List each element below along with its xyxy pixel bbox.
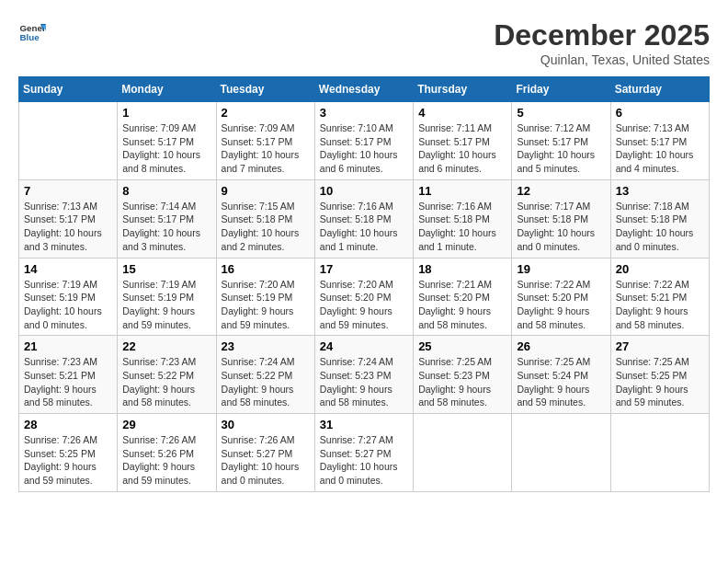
day-info: Sunrise: 7:20 AM Sunset: 5:20 PM Dayligh… xyxy=(320,278,408,332)
title-block: December 2025 Quinlan, Texas, United Sta… xyxy=(494,18,710,67)
day-cell: 7Sunrise: 7:13 AM Sunset: 5:17 PM Daylig… xyxy=(19,179,118,258)
day-number: 7 xyxy=(24,184,112,198)
day-number: 30 xyxy=(222,418,310,431)
day-info: Sunrise: 7:18 AM Sunset: 5:18 PM Dayligh… xyxy=(616,200,704,254)
day-number: 8 xyxy=(122,184,210,198)
day-cell: 18Sunrise: 7:21 AM Sunset: 5:20 PM Dayli… xyxy=(414,258,512,336)
day-info: Sunrise: 7:22 AM Sunset: 5:20 PM Dayligh… xyxy=(517,278,605,332)
day-info: Sunrise: 7:26 AM Sunset: 5:25 PM Dayligh… xyxy=(24,433,112,488)
day-info: Sunrise: 7:25 AM Sunset: 5:24 PM Dayligh… xyxy=(517,355,605,409)
day-info: Sunrise: 7:19 AM Sunset: 5:19 PM Dayligh… xyxy=(122,278,210,332)
day-cell: 27Sunrise: 7:25 AM Sunset: 5:25 PM Dayli… xyxy=(610,336,709,414)
day-info: Sunrise: 7:23 AM Sunset: 5:22 PM Dayligh… xyxy=(122,355,210,409)
day-number: 12 xyxy=(517,184,605,198)
day-cell: 9Sunrise: 7:15 AM Sunset: 5:18 PM Daylig… xyxy=(216,179,314,258)
day-number: 25 xyxy=(418,339,506,353)
day-cell: 6Sunrise: 7:13 AM Sunset: 5:17 PM Daylig… xyxy=(610,102,709,180)
day-cell: 15Sunrise: 7:19 AM Sunset: 5:19 PM Dayli… xyxy=(118,258,216,336)
day-cell: 11Sunrise: 7:16 AM Sunset: 5:18 PM Dayli… xyxy=(414,179,512,258)
day-number: 24 xyxy=(320,339,408,353)
week-row-2: 14Sunrise: 7:19 AM Sunset: 5:19 PM Dayli… xyxy=(19,258,710,336)
header-day-sunday: Sunday xyxy=(19,77,118,102)
day-info: Sunrise: 7:11 AM Sunset: 5:17 PM Dayligh… xyxy=(418,121,506,176)
day-info: Sunrise: 7:25 AM Sunset: 5:23 PM Dayligh… xyxy=(418,355,506,409)
day-info: Sunrise: 7:24 AM Sunset: 5:23 PM Dayligh… xyxy=(320,355,408,409)
day-cell: 31Sunrise: 7:27 AM Sunset: 5:27 PM Dayli… xyxy=(314,414,413,492)
day-info: Sunrise: 7:27 AM Sunset: 5:27 PM Dayligh… xyxy=(320,433,408,488)
day-number: 17 xyxy=(320,262,408,276)
day-info: Sunrise: 7:22 AM Sunset: 5:21 PM Dayligh… xyxy=(616,278,704,332)
day-cell: 22Sunrise: 7:23 AM Sunset: 5:22 PM Dayli… xyxy=(118,336,216,414)
header-day-saturday: Saturday xyxy=(610,77,709,102)
day-info: Sunrise: 7:10 AM Sunset: 5:17 PM Dayligh… xyxy=(320,121,408,176)
day-number: 18 xyxy=(418,262,506,276)
day-cell: 16Sunrise: 7:20 AM Sunset: 5:19 PM Dayli… xyxy=(216,258,314,336)
day-info: Sunrise: 7:16 AM Sunset: 5:18 PM Dayligh… xyxy=(418,200,506,254)
day-info: Sunrise: 7:13 AM Sunset: 5:17 PM Dayligh… xyxy=(616,121,704,176)
day-cell: 2Sunrise: 7:09 AM Sunset: 5:17 PM Daylig… xyxy=(216,102,314,180)
day-number: 27 xyxy=(616,339,704,353)
week-row-4: 28Sunrise: 7:26 AM Sunset: 5:25 PM Dayli… xyxy=(19,414,710,492)
day-cell: 21Sunrise: 7:23 AM Sunset: 5:21 PM Dayli… xyxy=(19,336,118,414)
day-cell: 25Sunrise: 7:25 AM Sunset: 5:23 PM Dayli… xyxy=(414,336,512,414)
day-info: Sunrise: 7:14 AM Sunset: 5:17 PM Dayligh… xyxy=(122,200,210,254)
day-number: 28 xyxy=(24,418,112,431)
day-cell: 17Sunrise: 7:20 AM Sunset: 5:20 PM Dayli… xyxy=(314,258,413,336)
calendar-table: SundayMondayTuesdayWednesdayThursdayFrid… xyxy=(18,76,710,492)
day-info: Sunrise: 7:20 AM Sunset: 5:19 PM Dayligh… xyxy=(222,278,310,332)
day-info: Sunrise: 7:16 AM Sunset: 5:18 PM Dayligh… xyxy=(320,200,408,254)
day-cell xyxy=(414,414,512,492)
day-number: 31 xyxy=(320,418,408,431)
day-number: 1 xyxy=(122,106,210,120)
day-number: 23 xyxy=(222,339,310,353)
day-info: Sunrise: 7:13 AM Sunset: 5:17 PM Dayligh… xyxy=(24,200,112,254)
day-number: 26 xyxy=(517,339,605,353)
header-day-wednesday: Wednesday xyxy=(314,77,413,102)
day-cell: 30Sunrise: 7:26 AM Sunset: 5:27 PM Dayli… xyxy=(216,414,314,492)
day-cell: 20Sunrise: 7:22 AM Sunset: 5:21 PM Dayli… xyxy=(610,258,709,336)
logo-icon: General Blue xyxy=(18,18,46,46)
logo: General Blue xyxy=(18,18,46,46)
day-number: 13 xyxy=(616,184,704,198)
day-cell: 19Sunrise: 7:22 AM Sunset: 5:20 PM Dayli… xyxy=(512,258,610,336)
day-cell: 24Sunrise: 7:24 AM Sunset: 5:23 PM Dayli… xyxy=(314,336,413,414)
day-info: Sunrise: 7:12 AM Sunset: 5:17 PM Dayligh… xyxy=(517,121,605,176)
day-info: Sunrise: 7:23 AM Sunset: 5:21 PM Dayligh… xyxy=(24,355,112,409)
week-row-3: 21Sunrise: 7:23 AM Sunset: 5:21 PM Dayli… xyxy=(19,336,710,414)
day-cell: 29Sunrise: 7:26 AM Sunset: 5:26 PM Dayli… xyxy=(118,414,216,492)
day-cell: 8Sunrise: 7:14 AM Sunset: 5:17 PM Daylig… xyxy=(118,179,216,258)
page-header: General Blue December 2025 Quinlan, Texa… xyxy=(18,18,710,67)
day-number: 16 xyxy=(222,262,310,276)
week-row-1: 7Sunrise: 7:13 AM Sunset: 5:17 PM Daylig… xyxy=(19,179,710,258)
day-info: Sunrise: 7:19 AM Sunset: 5:19 PM Dayligh… xyxy=(24,278,112,332)
day-cell: 1Sunrise: 7:09 AM Sunset: 5:17 PM Daylig… xyxy=(118,102,216,180)
day-number: 29 xyxy=(122,418,210,431)
day-info: Sunrise: 7:17 AM Sunset: 5:18 PM Dayligh… xyxy=(517,200,605,254)
header-row: SundayMondayTuesdayWednesdayThursdayFrid… xyxy=(19,77,710,102)
day-number: 2 xyxy=(222,106,310,120)
day-info: Sunrise: 7:25 AM Sunset: 5:25 PM Dayligh… xyxy=(616,355,704,409)
day-info: Sunrise: 7:15 AM Sunset: 5:18 PM Dayligh… xyxy=(222,200,310,254)
day-cell: 3Sunrise: 7:10 AM Sunset: 5:17 PM Daylig… xyxy=(314,102,413,180)
day-cell: 10Sunrise: 7:16 AM Sunset: 5:18 PM Dayli… xyxy=(314,179,413,258)
day-cell: 13Sunrise: 7:18 AM Sunset: 5:18 PM Dayli… xyxy=(610,179,709,258)
day-info: Sunrise: 7:24 AM Sunset: 5:22 PM Dayligh… xyxy=(222,355,310,409)
day-number: 5 xyxy=(517,106,605,120)
day-number: 3 xyxy=(320,106,408,120)
day-number: 19 xyxy=(517,262,605,276)
day-number: 11 xyxy=(418,184,506,198)
location: Quinlan, Texas, United States xyxy=(494,52,710,67)
day-cell: 5Sunrise: 7:12 AM Sunset: 5:17 PM Daylig… xyxy=(512,102,610,180)
svg-text:Blue: Blue xyxy=(20,32,40,42)
day-cell xyxy=(19,102,118,180)
day-number: 21 xyxy=(24,339,112,353)
day-info: Sunrise: 7:09 AM Sunset: 5:17 PM Dayligh… xyxy=(222,121,310,176)
day-cell: 12Sunrise: 7:17 AM Sunset: 5:18 PM Dayli… xyxy=(512,179,610,258)
day-number: 6 xyxy=(616,106,704,120)
day-cell: 14Sunrise: 7:19 AM Sunset: 5:19 PM Dayli… xyxy=(19,258,118,336)
day-info: Sunrise: 7:26 AM Sunset: 5:27 PM Dayligh… xyxy=(222,433,310,488)
day-number: 9 xyxy=(222,184,310,198)
calendar-header: SundayMondayTuesdayWednesdayThursdayFrid… xyxy=(19,77,710,102)
day-info: Sunrise: 7:26 AM Sunset: 5:26 PM Dayligh… xyxy=(122,433,210,488)
day-cell xyxy=(610,414,709,492)
